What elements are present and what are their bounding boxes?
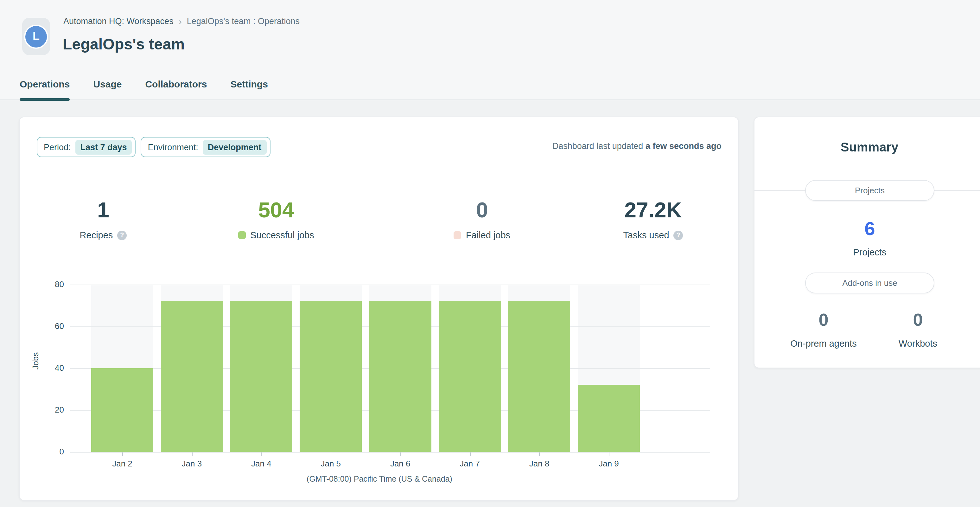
chevron-right-icon: › bbox=[179, 17, 182, 26]
workspace-avatar: L bbox=[22, 18, 50, 55]
y-axis-label: Jobs bbox=[31, 336, 40, 386]
stat-caption: Failed jobs bbox=[406, 230, 558, 241]
legend-swatch-successful-jobs bbox=[238, 231, 246, 239]
stat-label: Failed jobs bbox=[466, 230, 510, 241]
metric-label: On-prem agents bbox=[770, 338, 877, 349]
metric-projects: 6Projects bbox=[816, 216, 924, 258]
bar-jan-3[interactable] bbox=[161, 301, 223, 452]
tab-bar: OperationsUsageCollaboratorsSettings bbox=[20, 74, 268, 99]
filter-value: Development bbox=[203, 140, 267, 154]
stat-caption: Tasks used? bbox=[577, 230, 729, 241]
x-tick bbox=[400, 453, 401, 456]
summary-title: Summary bbox=[754, 140, 980, 155]
gridline-0 bbox=[70, 452, 710, 453]
timezone-caption: (GMT-08:00) Pacific Time (US & Canada) bbox=[20, 474, 739, 484]
x-tick bbox=[470, 453, 470, 456]
metric-value: 6 bbox=[816, 216, 924, 241]
metric-value: 0 bbox=[770, 308, 877, 333]
bar-jan-2[interactable] bbox=[91, 368, 153, 452]
y-tick-label: 80 bbox=[37, 279, 64, 290]
breadcrumb-current: LegalOps's team : Operations bbox=[187, 16, 300, 26]
x-tick-label: Jan 7 bbox=[430, 458, 509, 470]
x-tick-label: Jan 9 bbox=[570, 458, 648, 470]
x-tick bbox=[331, 453, 331, 456]
y-tick-label: 40 bbox=[37, 362, 64, 374]
page: L Automation HQ: Workspaces › LegalOps's… bbox=[0, 0, 980, 507]
section-pill-add-ons-in-use: Add-ons in use bbox=[805, 272, 934, 293]
bar-jan-4[interactable] bbox=[230, 301, 292, 452]
app-header: L Automation HQ: Workspaces › LegalOps's… bbox=[0, 0, 980, 100]
updated-prefix: Dashboard last updated bbox=[552, 141, 643, 151]
stat-failed-jobs: 0Failed jobs bbox=[406, 196, 558, 241]
avatar-letter: L bbox=[24, 24, 48, 48]
help-icon[interactable]: ? bbox=[117, 230, 127, 240]
jobs-chart: 020406080JobsJan 2Jan 3Jan 4Jan 5Jan 6Ja… bbox=[20, 285, 739, 494]
page-title: LegalOps's team bbox=[63, 35, 185, 53]
section-pill-projects: Projects bbox=[805, 180, 934, 201]
help-icon[interactable]: ? bbox=[674, 230, 683, 240]
stat-successful-jobs: 504Successful jobs bbox=[200, 196, 352, 241]
stat-recipes: 1Recipes? bbox=[27, 196, 179, 241]
x-tick bbox=[261, 453, 262, 456]
x-tick bbox=[609, 453, 609, 456]
stat-label: Tasks used bbox=[623, 230, 669, 241]
tab-settings[interactable]: Settings bbox=[230, 74, 268, 99]
x-tick-label: Jan 5 bbox=[291, 458, 370, 470]
x-tick bbox=[122, 453, 123, 456]
filter-value: Last 7 days bbox=[75, 140, 132, 154]
tab-usage[interactable]: Usage bbox=[93, 74, 122, 99]
y-tick-label: 20 bbox=[37, 404, 64, 416]
updated-time: a few seconds ago bbox=[646, 141, 722, 151]
operations-card: Period:Last 7 daysEnvironment:Developmen… bbox=[19, 116, 739, 501]
x-tick-label: Jan 8 bbox=[500, 458, 579, 470]
metric-label: Workbots bbox=[864, 338, 972, 349]
stat-value: 0 bbox=[406, 196, 558, 224]
bar-jan-6[interactable] bbox=[369, 301, 431, 452]
breadcrumb: Automation HQ: Workspaces › LegalOps's t… bbox=[64, 16, 300, 26]
x-tick-label: Jan 2 bbox=[83, 458, 162, 470]
y-tick-label: 60 bbox=[37, 320, 64, 332]
x-tick bbox=[192, 453, 192, 456]
filter-label: Period: bbox=[44, 142, 71, 152]
y-tick-label: 0 bbox=[37, 446, 64, 458]
metric-workbots: 0Workbots bbox=[864, 308, 972, 349]
x-tick bbox=[539, 453, 540, 456]
bar-jan-8[interactable] bbox=[508, 301, 570, 452]
stat-label: Successful jobs bbox=[250, 230, 314, 241]
metric-label: Projects bbox=[816, 247, 924, 258]
tab-collaborators[interactable]: Collaborators bbox=[145, 74, 207, 99]
bar-jan-5[interactable] bbox=[300, 301, 362, 452]
stat-caption: Recipes? bbox=[27, 230, 179, 241]
metric-on-prem-agents: 0On-prem agents bbox=[770, 308, 877, 349]
bar-jan-7[interactable] bbox=[439, 301, 501, 452]
metric-value: 0 bbox=[864, 308, 972, 333]
x-tick-label: Jan 3 bbox=[152, 458, 231, 470]
bar-jan-9[interactable] bbox=[578, 385, 640, 452]
filter-period[interactable]: Period:Last 7 days bbox=[37, 137, 136, 157]
dashboard-updated: Dashboard last updated a few seconds ago bbox=[552, 141, 722, 151]
legend-swatch-failed-jobs bbox=[454, 231, 461, 239]
stat-value: 1 bbox=[27, 196, 179, 224]
gridline-80 bbox=[70, 285, 710, 285]
stat-caption: Successful jobs bbox=[200, 230, 352, 241]
stat-tasks-used: 27.2KTasks used? bbox=[577, 196, 729, 241]
filter-environment[interactable]: Environment:Development bbox=[141, 137, 270, 157]
filter-bar: Period:Last 7 daysEnvironment:Developmen… bbox=[37, 137, 270, 157]
tab-operations[interactable]: Operations bbox=[20, 74, 70, 99]
x-tick-label: Jan 4 bbox=[222, 458, 301, 470]
stat-value: 27.2K bbox=[577, 196, 729, 224]
summary-card: Summary Projects6ProjectsAdd-ons in use0… bbox=[754, 116, 980, 368]
breadcrumb-root[interactable]: Automation HQ: Workspaces bbox=[64, 16, 173, 26]
stat-value: 504 bbox=[200, 196, 352, 224]
filter-label: Environment: bbox=[148, 142, 198, 152]
stat-label: Recipes bbox=[80, 230, 113, 241]
x-tick-label: Jan 6 bbox=[361, 458, 440, 470]
